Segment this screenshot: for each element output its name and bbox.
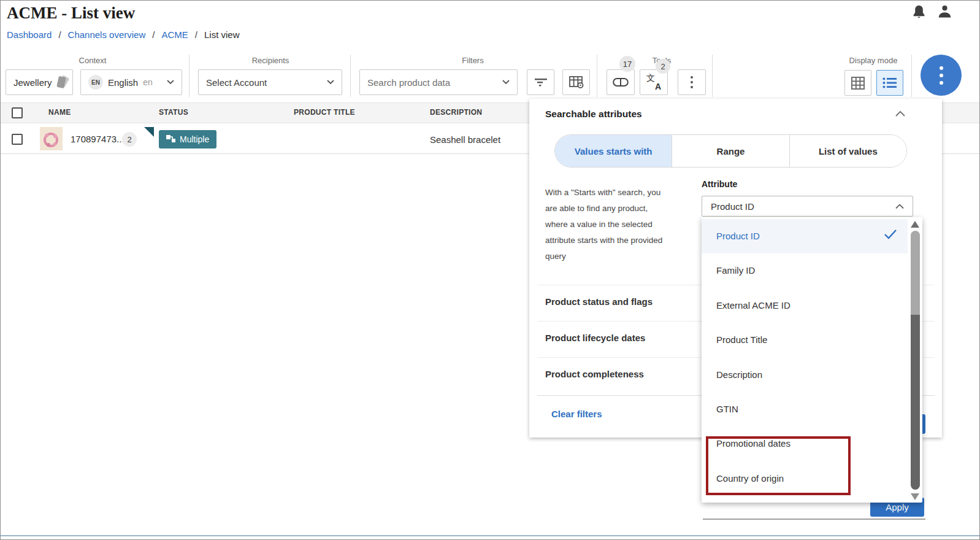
description-cell: Seashell bracelet [430, 134, 500, 145]
dropdown-item-product-title[interactable]: Product Title [702, 323, 908, 357]
attribute-dropdown: Product ID Family ID External ACME ID Pr… [702, 217, 922, 503]
tab-range[interactable]: Range [672, 135, 789, 167]
corner-flag-icon [144, 127, 154, 137]
kebab-icon [940, 66, 943, 85]
account-select-placeholder: Select Account [206, 77, 267, 88]
product-thumbnail [40, 127, 63, 150]
section-product-lifecycle-dates[interactable]: Product lifecycle dates [545, 333, 645, 343]
list-view-icon [882, 77, 897, 88]
attribute-label: Attribute [702, 179, 737, 189]
scrollbar-thumb[interactable] [911, 231, 920, 315]
breadcrumb-separator: / [152, 29, 155, 40]
column-header-product-title: PRODUCT TITLE [294, 108, 355, 117]
dropdown-item-country-of-origin[interactable]: Country of origin [702, 461, 908, 496]
attribute-select[interactable]: Product ID [702, 196, 913, 217]
dropdown-scrollbar [909, 218, 921, 501]
column-header-status: STATUS [159, 108, 188, 117]
breadcrumb-link-channels-overview[interactable]: Channels overview [68, 29, 146, 40]
filters-section-label: Filters [354, 56, 591, 65]
clear-filters-link[interactable]: Clear filters [551, 409, 602, 419]
kebab-icon [691, 76, 693, 88]
column-settings-icon [569, 76, 584, 88]
breadcrumb-link-acme[interactable]: ACME [161, 29, 188, 40]
notifications-button[interactable] [912, 5, 926, 23]
language-locale: en [143, 77, 153, 87]
display-mode-section-label: Display mode [816, 56, 930, 65]
product-search-placeholder: Search product data [367, 77, 450, 88]
tab-values-starts-with[interactable]: Values starts with [555, 135, 672, 167]
toolbar-divider [911, 55, 912, 97]
variant-count-badge: 2 [122, 132, 137, 147]
frame-bottom-line [1, 535, 980, 536]
translate-count-badge: 2 [656, 59, 670, 74]
language-select[interactable]: EN English en [80, 69, 182, 95]
product-search-select[interactable]: Search product data [359, 69, 518, 95]
toolbar-divider [597, 55, 597, 97]
actions-fab-button[interactable] [921, 55, 962, 96]
chevron-up-icon [895, 110, 906, 117]
breadcrumb-separator: / [58, 29, 61, 40]
channel-select[interactable]: Jewellery [6, 69, 73, 95]
chevron-down-icon [327, 80, 334, 85]
chevron-up-icon [895, 204, 904, 209]
link-count-badge: 17 [619, 56, 635, 72]
section-product-completeness[interactable]: Product completeness [545, 369, 644, 379]
scrollbar-track[interactable] [911, 315, 920, 490]
tab-list-of-values[interactable]: List of values [790, 135, 906, 167]
dropdown-item-family-id[interactable]: Family ID [702, 253, 908, 288]
breadcrumb: Dashboard / Channels overview / ACME / L… [7, 29, 240, 40]
section-product-status-and-flags[interactable]: Product status and flags [545, 296, 653, 307]
collapse-panel-button[interactable] [895, 109, 909, 121]
link-icon [613, 77, 629, 87]
recipients-section-label: Recipients [192, 56, 349, 65]
filter-icon [534, 78, 548, 87]
toolbar-divider [189, 55, 189, 97]
chevron-down-icon [502, 80, 510, 85]
attribute-select-value: Product ID [711, 201, 754, 212]
dropdown-item-product-id[interactable]: Product ID [702, 219, 908, 253]
dropdown-item-gtin[interactable]: GTIN [702, 392, 908, 426]
query-input-underline[interactable] [703, 519, 925, 520]
dropdown-item-external-acme-id[interactable]: External ACME ID [702, 288, 908, 323]
channel-select-value: Jewellery [13, 77, 52, 88]
dropdown-item-promotional-dates[interactable]: Promotional dates [702, 426, 908, 461]
status-badge: Multiple [159, 130, 216, 148]
select-all-checkbox[interactable] [12, 107, 23, 118]
column-header-name: NAME [48, 108, 71, 117]
toolbar-divider [350, 55, 351, 97]
column-settings-button[interactable] [562, 69, 590, 95]
language-code-badge: EN [88, 75, 103, 90]
search-mode-tabs: Values starts with Range List of values [554, 134, 907, 168]
breadcrumb-separator: / [195, 29, 197, 40]
check-icon [884, 229, 897, 239]
grid-view-icon [851, 77, 865, 90]
list-view-button[interactable] [876, 70, 903, 96]
starts-with-description: With a "Starts with" search, you are abl… [545, 185, 687, 264]
more-tools-button[interactable] [678, 69, 706, 95]
grid-view-button[interactable] [844, 70, 871, 96]
status-badge-label: Multiple [180, 134, 209, 144]
translate-icon: 文 A [646, 74, 661, 90]
row-checkbox[interactable] [12, 134, 23, 145]
breadcrumb-current: List view [204, 29, 240, 40]
toolbar-divider [712, 55, 713, 97]
chevron-down-icon [167, 80, 174, 85]
filter-button[interactable] [527, 69, 554, 95]
language-select-value: English [108, 77, 138, 88]
hierarchy-icon [166, 135, 175, 144]
column-header-description: DESCRIPTION [430, 108, 482, 117]
breadcrumb-link-dashboard[interactable]: Dashboard [7, 29, 52, 40]
account-select[interactable]: Select Account [198, 69, 342, 95]
link-tool-button[interactable] [607, 69, 635, 95]
scroll-up-icon[interactable] [911, 221, 919, 228]
context-section-label: Context [1, 56, 185, 65]
panel-title: Searchable attributes [545, 109, 642, 120]
scroll-down-icon[interactable] [911, 493, 919, 500]
user-menu-button[interactable] [936, 4, 953, 23]
page-title: ACME - List view [7, 4, 135, 23]
product-name: 170897473... [71, 134, 124, 144]
app-window: ACME - List view Dashboard / Channels ov… [0, 0, 980, 540]
dropdown-item-description[interactable]: Description [702, 358, 908, 392]
bell-icon [912, 5, 926, 20]
channel-icon [57, 76, 68, 88]
